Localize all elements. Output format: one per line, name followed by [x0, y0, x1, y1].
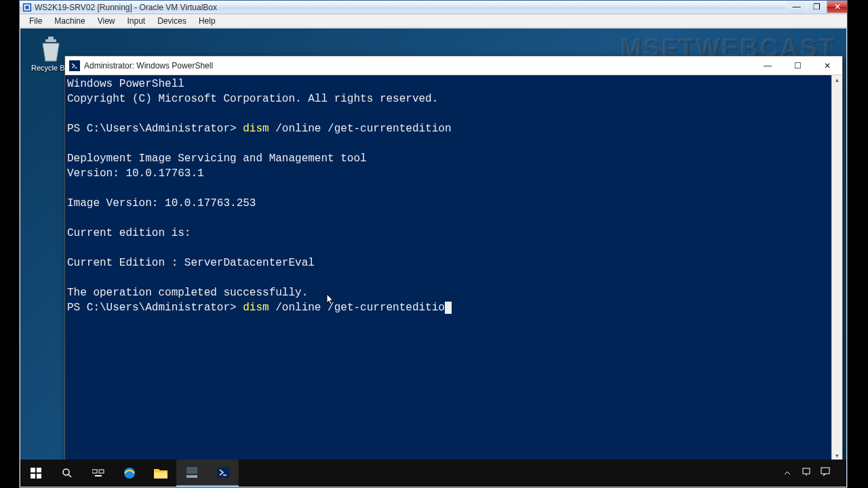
scrollbar-track[interactable]: [832, 86, 842, 451]
terminal-args: /online /get-currenteditio: [269, 302, 445, 314]
close-icon: ✕: [834, 2, 841, 12]
powershell-icon: [69, 60, 80, 71]
tray-network-icon[interactable]: [800, 467, 812, 479]
svg-point-11: [63, 469, 69, 475]
svg-rect-10: [37, 474, 41, 479]
svg-rect-15: [95, 475, 102, 476]
search-button[interactable]: [52, 460, 83, 487]
taskbar-internet-explorer[interactable]: [114, 460, 145, 487]
terminal-line: Version: 10.0.17763.1: [67, 167, 204, 180]
minimize-icon: —: [764, 61, 772, 70]
powershell-scrollbar[interactable]: ▲ ▼: [831, 75, 842, 462]
windows-logo-icon: [31, 468, 41, 479]
svg-rect-2: [25, 5, 28, 9]
host-titlebar[interactable]: WS2K19-SRV02 [Running] - Oracle VM Virtu…: [20, 1, 847, 14]
terminal-command: dism: [243, 123, 269, 135]
svg-rect-7: [31, 468, 35, 472]
terminal-prompt: PS C:\Users\Administrator>: [67, 123, 243, 135]
taskbar-server-manager[interactable]: [176, 460, 208, 487]
system-tray: [781, 460, 846, 487]
ie-icon: [122, 466, 137, 481]
svg-rect-19: [186, 475, 197, 478]
menu-view[interactable]: View: [92, 16, 121, 26]
powershell-terminal[interactable]: Windows PowerShell Copyright (C) Microso…: [65, 75, 842, 462]
terminal-line: Copyright (C) Microsoft Corporation. All…: [67, 93, 438, 105]
terminal-args: /online /get-currentedition: [269, 123, 452, 135]
host-caption-buttons: — ❐ ✕: [786, 1, 847, 14]
powershell-window: Administrator: Windows PowerShell — ☐ ✕ …: [64, 56, 843, 462]
svg-rect-4: [48, 37, 54, 39]
task-view-button[interactable]: [83, 460, 114, 487]
powershell-maximize-button[interactable]: ☐: [783, 56, 812, 75]
menu-file[interactable]: File: [24, 16, 47, 26]
folder-icon: [153, 467, 168, 479]
powershell-close-button[interactable]: ✕: [812, 56, 842, 75]
svg-point-20: [189, 476, 190, 477]
maximize-icon: ❐: [813, 2, 821, 12]
terminal-line: The operation completed successfully.: [67, 287, 308, 299]
powershell-caption-buttons: — ☐ ✕: [753, 56, 842, 75]
powershell-window-title: Administrator: Windows PowerShell: [84, 61, 213, 70]
scrollbar-up-icon[interactable]: ▲: [832, 75, 842, 86]
terminal-line: Current edition is:: [67, 227, 191, 239]
terminal-prompt: PS C:\Users\Administrator>: [67, 302, 243, 314]
svg-rect-23: [803, 468, 810, 474]
svg-rect-8: [37, 468, 41, 472]
taskbar-spacer: [239, 460, 781, 487]
search-icon: [62, 468, 73, 479]
recycle-bin-icon: [37, 35, 64, 62]
menu-input[interactable]: Input: [122, 16, 151, 26]
guest-taskbar: [20, 460, 846, 487]
svg-rect-3: [45, 39, 56, 42]
svg-point-16: [124, 468, 135, 479]
taskbar-powershell[interactable]: [208, 460, 239, 487]
svg-rect-18: [186, 467, 197, 474]
svg-line-12: [68, 474, 71, 477]
terminal-line: Image Version: 10.0.17763.253: [67, 197, 256, 209]
powershell-taskbar-icon: [216, 466, 230, 479]
menu-devices[interactable]: Devices: [152, 16, 192, 26]
menu-machine[interactable]: Machine: [49, 16, 90, 26]
terminal-line: Current Edition : ServerDatacenterEval: [67, 257, 315, 269]
host-minimize-button[interactable]: —: [786, 1, 806, 13]
terminal-command: dism: [243, 302, 269, 314]
task-view-icon: [92, 468, 104, 478]
host-window-title: WS2K19-SRV02 [Running] - Oracle VM Virtu…: [35, 3, 217, 12]
menu-help[interactable]: Help: [193, 16, 221, 26]
terminal-line: Windows PowerShell: [67, 78, 184, 90]
powershell-titlebar[interactable]: Administrator: Windows PowerShell — ☐ ✕: [65, 56, 842, 75]
host-close-button[interactable]: ✕: [827, 1, 847, 13]
terminal-cursor: [445, 302, 452, 314]
svg-rect-17: [154, 472, 167, 479]
minimize-icon: —: [793, 2, 801, 12]
terminal-line: Deployment Image Servicing and Managemen…: [67, 152, 367, 165]
start-button[interactable]: [20, 460, 52, 487]
powershell-minimize-button[interactable]: —: [753, 56, 783, 75]
virtualbox-icon: [22, 3, 32, 12]
svg-rect-14: [99, 470, 104, 473]
svg-rect-9: [31, 474, 35, 479]
taskbar-file-explorer[interactable]: [145, 460, 176, 487]
svg-rect-13: [92, 470, 97, 473]
tray-chevron-icon[interactable]: [781, 467, 793, 479]
svg-rect-25: [821, 468, 829, 474]
tray-action-center-icon[interactable]: [819, 467, 831, 479]
close-icon: ✕: [824, 61, 831, 70]
server-manager-icon: [185, 466, 199, 479]
host-menubar: File Machine View Input Devices Help: [20, 14, 847, 28]
maximize-icon: ☐: [794, 61, 802, 70]
virtualbox-host-window: WS2K19-SRV02 [Running] - Oracle VM Virtu…: [19, 0, 848, 488]
host-maximize-button[interactable]: ❐: [806, 1, 827, 13]
guest-desktop[interactable]: MSFTWEBCAST Recycle Bin Administrator: W…: [20, 28, 846, 487]
